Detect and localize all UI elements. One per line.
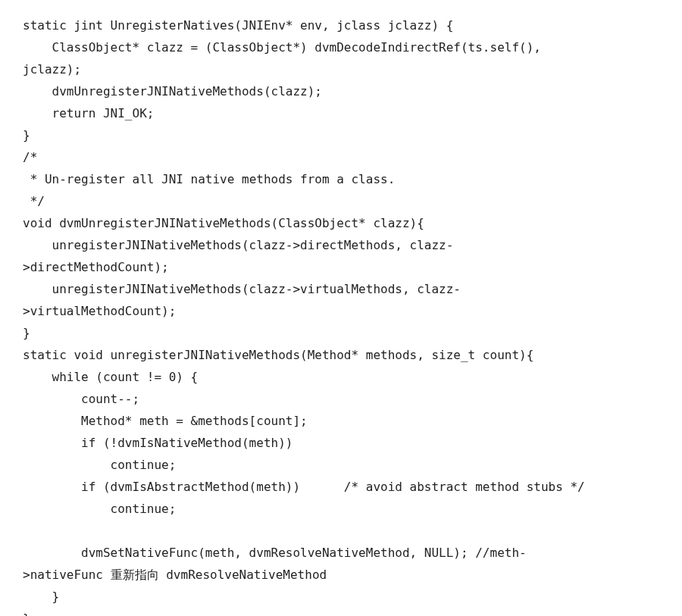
code-line: }	[23, 128, 30, 142]
code-line: unregisterJNINativeMethods(clazz->direct…	[23, 238, 453, 252]
code-line: return JNI_OK;	[23, 106, 154, 120]
code-line: if (!dvmIsNativeMethod(meth))	[23, 436, 293, 450]
code-line: >virtualMethodCount);	[23, 304, 176, 318]
code-line: static void unregisterJNINativeMethods(M…	[23, 348, 533, 362]
code-line: jclazz);	[23, 62, 81, 77]
code-block: static jint UnregisterNatives(JNIEnv* en…	[23, 15, 659, 616]
code-line: while (count != 0) {	[23, 370, 198, 384]
code-line: >nativeFunc 重新指向 dvmResolveNativeMethod	[23, 568, 327, 582]
code-line: }	[23, 589, 59, 604]
code-line: */	[23, 194, 45, 208]
code-line: unregisterJNINativeMethods(clazz->virtua…	[23, 282, 461, 296]
code-line: if (dvmIsAbstractMethod(meth)) /* avoid …	[23, 480, 585, 494]
code-line: }	[23, 611, 30, 616]
code-line: }	[23, 326, 30, 340]
code-line: static jint UnregisterNatives(JNIEnv* en…	[23, 18, 453, 33]
code-line: Method* meth = &methods[count];	[23, 414, 308, 428]
code-line: /*	[23, 150, 37, 164]
code-content: static jint UnregisterNatives(JNIEnv* en…	[23, 18, 585, 616]
code-line: void dvmUnregisterJNINativeMethods(Class…	[23, 216, 424, 230]
code-line: ClassObject* clazz = (ClassObject*) dvmD…	[23, 40, 541, 55]
code-line: * Un-register all JNI native methods fro…	[23, 172, 395, 186]
code-line: dvmUnregisterJNINativeMethods(clazz);	[23, 84, 322, 98]
code-line: count--;	[23, 392, 139, 406]
code-line: >directMethodCount);	[23, 260, 169, 274]
code-line: continue;	[23, 458, 176, 472]
code-line: dvmSetNativeFunc(meth, dvmResolveNativeM…	[23, 546, 527, 560]
code-line: continue;	[23, 502, 176, 516]
